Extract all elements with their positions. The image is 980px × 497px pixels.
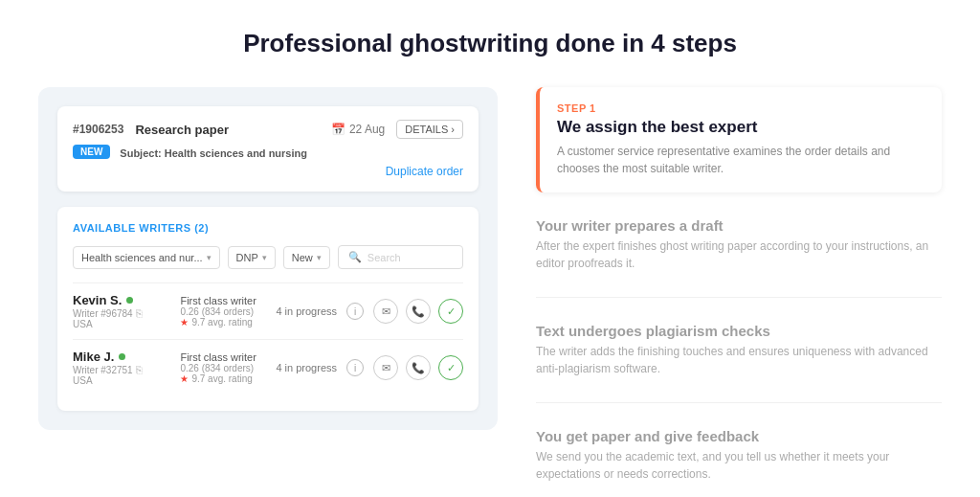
step3-desc: The writer adds the finishing touches an… bbox=[536, 343, 942, 377]
in-progress: 4 in progress bbox=[276, 362, 337, 373]
step1-desc: A customer service representative examin… bbox=[557, 143, 924, 177]
writer-id: Writer #32751 ⎘ bbox=[73, 364, 170, 375]
select-icon[interactable]: ✓ bbox=[438, 355, 463, 380]
order-subject: Subject: Health sciences and nursing bbox=[120, 147, 307, 159]
chevron-down-icon: ▾ bbox=[317, 253, 322, 262]
online-indicator bbox=[126, 297, 133, 304]
order-date: 📅 22 Aug bbox=[331, 123, 385, 136]
details-button[interactable]: DETAILS › bbox=[396, 120, 463, 139]
star-icon: ★ bbox=[180, 373, 189, 384]
copy-icon: ⎘ bbox=[136, 364, 143, 375]
main-content: #1906253 Research paper 📅 22 Aug DETAILS… bbox=[38, 87, 942, 490]
writer-badge: First class writer 0.26 (834 orders) ★ 9… bbox=[180, 295, 266, 328]
writer-info: Kevin S. Writer #96784 ⎘ USA bbox=[73, 293, 170, 329]
writer-name: Mike J. bbox=[73, 350, 114, 364]
rating-row: ★ 9.7 avg. rating bbox=[180, 317, 252, 328]
search-box[interactable]: 🔍 Search bbox=[338, 245, 463, 269]
page-title: Professional ghostwriting done in 4 step… bbox=[243, 29, 737, 58]
writer-id: Writer #96784 ⎘ bbox=[73, 307, 170, 319]
writer-actions: ✉ 📞 ✓ bbox=[373, 299, 463, 324]
in-progress: 4 in progress bbox=[276, 305, 337, 317]
step4-title: You get paper and give feedback bbox=[536, 428, 942, 444]
left-panel: #1906253 Research paper 📅 22 Aug DETAILS… bbox=[38, 87, 498, 430]
order-id: #1906253 bbox=[73, 123, 123, 136]
step1-card: Step 1 We assign the best expert A custo… bbox=[536, 87, 942, 192]
search-icon: 🔍 bbox=[348, 251, 362, 263]
step4-item: You get paper and give feedback We send … bbox=[536, 420, 942, 490]
rating-row: ★ 9.7 avg. rating bbox=[180, 373, 252, 384]
star-icon: ★ bbox=[180, 317, 189, 328]
writer-row: Mike J. Writer #32751 ⎘ USA First class … bbox=[73, 339, 463, 395]
chevron-down-icon: ▾ bbox=[262, 253, 267, 262]
writer-badge: First class writer 0.26 (834 orders) ★ 9… bbox=[180, 351, 266, 384]
divider bbox=[536, 402, 942, 403]
writers-title: AVAILABLE WRITERS (2) bbox=[73, 222, 463, 234]
calendar-icon: 📅 bbox=[331, 123, 345, 136]
email-icon[interactable]: ✉ bbox=[373, 355, 398, 380]
order-card: #1906253 Research paper 📅 22 Aug DETAILS… bbox=[57, 106, 479, 192]
step1-title: We assign the best expert bbox=[557, 118, 924, 137]
new-badge: NEW bbox=[73, 145, 110, 159]
writer-name-row: Kevin S. bbox=[73, 293, 170, 307]
copy-icon: ⎘ bbox=[136, 307, 143, 319]
info-icon[interactable]: i bbox=[346, 303, 364, 320]
writers-section: AVAILABLE WRITERS (2) Health sciences an… bbox=[57, 207, 479, 411]
step3-title: Text undergoes plagiarism checks bbox=[536, 323, 942, 339]
order-type: Research paper bbox=[135, 123, 320, 137]
phone-icon[interactable]: 📞 bbox=[406, 355, 431, 380]
writer-actions: ✉ 📞 ✓ bbox=[373, 355, 463, 380]
step3-item: Text undergoes plagiarism checks The wri… bbox=[536, 315, 942, 385]
chevron-down-icon: ▾ bbox=[207, 253, 212, 262]
right-panel: Step 1 We assign the best expert A custo… bbox=[536, 87, 942, 490]
info-icon[interactable]: i bbox=[346, 359, 364, 376]
divider bbox=[536, 297, 942, 298]
writer-row: Kevin S. Writer #96784 ⎘ USA First class… bbox=[73, 282, 463, 339]
duplicate-order-link[interactable]: Duplicate order bbox=[73, 165, 463, 178]
step2-desc: After the expert finishes ghost writing … bbox=[536, 237, 942, 272]
step1-label: Step 1 bbox=[557, 102, 924, 114]
sort-filter[interactable]: New ▾ bbox=[283, 246, 330, 269]
chevron-right-icon: › bbox=[451, 124, 455, 135]
phone-icon[interactable]: 📞 bbox=[406, 299, 431, 324]
step4-desc: We send you the academic text, and you t… bbox=[536, 448, 942, 483]
email-icon[interactable]: ✉ bbox=[373, 299, 398, 324]
writer-name-row: Mike J. bbox=[73, 350, 170, 364]
writer-country: USA bbox=[73, 375, 170, 386]
writer-name: Kevin S. bbox=[73, 293, 122, 307]
order-header: #1906253 Research paper 📅 22 Aug DETAILS… bbox=[73, 120, 463, 139]
step2-title: Your writer prepares a draft bbox=[536, 217, 942, 234]
filters-row: Health sciences and nur... ▾ DNP ▾ New ▾… bbox=[73, 245, 463, 269]
degree-filter[interactable]: DNP ▾ bbox=[228, 246, 276, 269]
writer-info: Mike J. Writer #32751 ⎘ USA bbox=[73, 350, 170, 386]
step2-item: Your writer prepares a draft After the e… bbox=[536, 210, 942, 280]
subject-filter[interactable]: Health sciences and nur... ▾ bbox=[73, 246, 220, 269]
online-indicator bbox=[119, 353, 125, 360]
select-icon[interactable]: ✓ bbox=[438, 299, 463, 324]
writer-country: USA bbox=[73, 319, 170, 329]
